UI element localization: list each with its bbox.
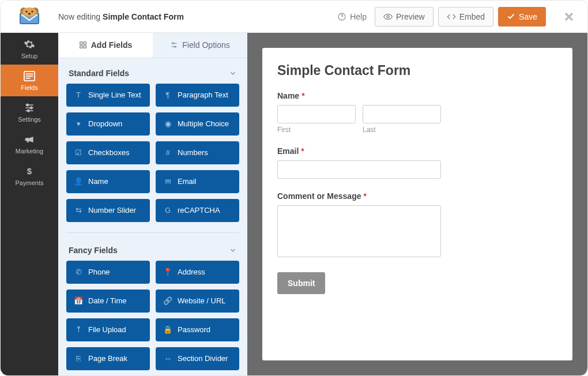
link-icon: 🔗	[163, 296, 173, 305]
grid-icon	[79, 41, 87, 49]
chevron-down-icon	[229, 246, 237, 254]
field-row-comment[interactable]: Comment or Message*	[277, 191, 557, 260]
svg-point-17	[27, 104, 28, 106]
caret-square-icon: ▾	[73, 119, 84, 128]
chevron-down-icon	[229, 69, 237, 77]
field-phone[interactable]: ✆Phone	[66, 261, 150, 284]
code-icon	[447, 12, 456, 21]
embed-label: Embed	[459, 12, 485, 21]
field-name[interactable]: 👤Name	[66, 170, 150, 193]
group-standard-fields[interactable]: Standard Fields	[66, 58, 239, 84]
editing-label: Now editing	[58, 12, 100, 21]
svg-rect-13	[26, 77, 31, 78]
submit-button[interactable]: Submit	[277, 272, 325, 294]
field-checkboxes[interactable]: ☑Checkboxes	[66, 141, 150, 164]
label-email: Email*	[277, 146, 557, 156]
field-single-line-text[interactable]: TSingle Line Text	[66, 84, 150, 107]
editing-title: Now editing Simple Contact Form	[58, 12, 184, 21]
svg-text:$: $	[27, 166, 32, 176]
preview-stage: Simple Contact Form Name* First Last	[247, 33, 587, 375]
standard-fields-grid: TSingle Line Text ¶Paragraph Text ▾Dropd…	[66, 84, 239, 222]
save-label: Save	[519, 12, 537, 21]
panel-scroll[interactable]: Standard Fields TSingle Line Text ¶Parag…	[58, 58, 247, 375]
svg-rect-21	[80, 42, 82, 44]
divider	[66, 232, 239, 233]
field-multiple-choice[interactable]: ◉Multiple Choice	[156, 112, 239, 136]
nav-setup[interactable]: Setup	[1, 33, 58, 65]
body: Setup Fields Settings Marketing $ Paymen…	[1, 33, 587, 375]
field-dropdown[interactable]: ▾Dropdown	[66, 112, 150, 136]
preview-label: Preview	[396, 12, 425, 21]
topbar: Now editing Simple Contact Form Help Pre…	[1, 1, 587, 33]
field-paragraph-text[interactable]: ¶Paragraph Text	[156, 84, 239, 107]
panel-tabs: Add Fields Field Options	[58, 33, 247, 58]
field-password[interactable]: 🔒Password	[156, 318, 239, 341]
tab-field-options[interactable]: Field Options	[153, 33, 247, 58]
dollar-icon: $	[24, 166, 35, 177]
help-link[interactable]: Help	[337, 12, 367, 21]
field-number-slider[interactable]: ⇆Number Slider	[66, 199, 150, 222]
fields-panel: Add Fields Field Options Standard Fields…	[58, 33, 247, 375]
sidenav: Setup Fields Settings Marketing $ Paymen…	[1, 33, 58, 375]
editing-form-name: Simple Contact Form	[103, 12, 184, 21]
preview-button[interactable]: Preview	[375, 7, 434, 27]
tab-field-options-label: Field Options	[182, 40, 229, 50]
svg-point-18	[31, 107, 32, 108]
svg-point-28	[175, 46, 176, 47]
nav-settings-label: Settings	[18, 116, 41, 123]
comment-textarea[interactable]	[277, 205, 441, 257]
lock-icon: 🔒	[163, 325, 173, 334]
close-button[interactable]	[554, 1, 584, 33]
upload-icon: ⤒	[73, 325, 84, 334]
field-website-url[interactable]: 🔗Website / URL	[156, 289, 239, 313]
envelope-icon: ✉	[163, 177, 173, 186]
field-file-upload[interactable]: ⤒File Upload	[66, 318, 150, 341]
check-icon: ☑	[73, 148, 84, 157]
required-asterisk: *	[363, 191, 366, 201]
text-icon: T	[73, 91, 84, 99]
field-address[interactable]: 📍Address	[156, 261, 239, 284]
sliders-icon	[170, 41, 178, 49]
group-fancy-fields[interactable]: Fancy Fields	[66, 235, 239, 261]
field-section-divider[interactable]: ↔Section Divider	[156, 347, 239, 370]
email-input[interactable]	[277, 160, 441, 179]
save-button[interactable]: Save	[498, 7, 546, 27]
svg-rect-12	[26, 76, 33, 77]
nav-settings[interactable]: Settings	[1, 96, 58, 128]
field-page-break[interactable]: ⎘Page Break	[66, 347, 150, 370]
nav-setup-label: Setup	[21, 52, 38, 59]
field-numbers[interactable]: #Numbers	[156, 141, 239, 164]
embed-button[interactable]: Embed	[438, 7, 493, 27]
group-fancy-title: Fancy Fields	[69, 246, 118, 255]
nav-marketing-label: Marketing	[16, 148, 43, 155]
user-icon: 👤	[73, 177, 84, 186]
form-icon	[23, 70, 36, 82]
sliders-icon	[24, 102, 35, 114]
tab-add-fields[interactable]: Add Fields	[58, 33, 153, 58]
hash-icon: #	[163, 148, 173, 157]
required-asterisk: *	[301, 146, 304, 156]
map-pin-icon: 📍	[163, 268, 173, 276]
nav-fields[interactable]: Fields	[1, 65, 58, 96]
last-name-input[interactable]	[363, 105, 441, 123]
svg-rect-24	[84, 46, 86, 48]
tab-add-fields-label: Add Fields	[91, 40, 133, 50]
nav-payments[interactable]: $ Payments	[1, 160, 58, 191]
field-recaptcha[interactable]: GreCAPTCHA	[156, 199, 239, 222]
phone-icon: ✆	[73, 268, 84, 276]
recaptcha-icon: G	[163, 206, 173, 215]
field-date-time[interactable]: 📅Date / Time	[66, 289, 150, 313]
first-name-input[interactable]	[277, 105, 356, 123]
field-row-name[interactable]: Name* First Last	[277, 91, 557, 134]
field-email[interactable]: ✉Email	[156, 170, 239, 193]
close-icon	[563, 11, 575, 22]
help-label: Help	[350, 12, 367, 21]
nav-marketing[interactable]: Marketing	[1, 128, 58, 160]
field-row-email[interactable]: Email*	[277, 146, 557, 179]
svg-point-5	[31, 10, 33, 12]
slider-icon: ⇆	[73, 206, 84, 215]
svg-point-27	[172, 43, 174, 44]
required-asterisk: *	[301, 91, 304, 100]
form-preview-title: Simple Contact Form	[277, 63, 557, 78]
divider-icon: ↔	[163, 354, 173, 363]
